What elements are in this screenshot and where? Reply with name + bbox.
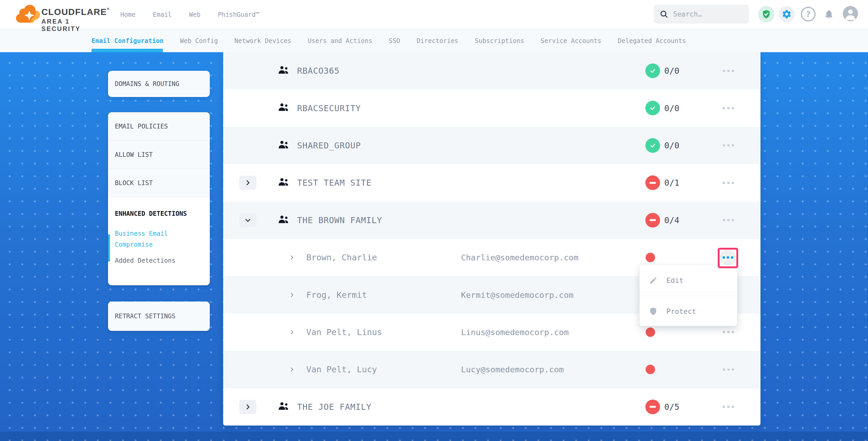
row-actions-button[interactable] [722, 201, 735, 239]
minus-icon [650, 182, 656, 184]
table-row: THE BROWN FAMILY 0/4 [223, 201, 761, 239]
tab-delegated-accounts[interactable]: Delegated Accounts [618, 37, 686, 44]
tab-service-accounts[interactable]: Service Accounts [541, 37, 601, 44]
tab-subscriptions[interactable]: Subscriptions [475, 37, 524, 44]
table-row: SHARED_GROUP 0/0 [223, 127, 761, 164]
member-chevron-icon [290, 239, 294, 276]
pencil-icon [649, 276, 657, 285]
area1-security-console: CLOUDFLARE® AREA 1 SECURITY Home Email W… [0, 0, 868, 441]
row-actions-button[interactable] [722, 127, 735, 164]
sidebar-item-email-policies[interactable]: EMAIL POLICIES [108, 112, 210, 140]
email-policies-card: EMAIL POLICIES ALLOW LIST BLOCK LIST ENH… [108, 112, 210, 285]
row-actions-button[interactable] [722, 164, 735, 201]
sidebar-item-allow-list[interactable]: ALLOW LIST [108, 140, 210, 169]
tab-users-and-actions[interactable]: Users and Actions [308, 37, 372, 44]
member-chevron-icon [290, 314, 294, 351]
group-icon [278, 140, 289, 149]
row-actions-button[interactable] [722, 388, 735, 426]
collapse-row-button[interactable] [239, 213, 256, 227]
member-name: Van Pelt, Lucy [306, 351, 377, 388]
menu-item-label: Edit [666, 276, 683, 284]
menu-item-edit[interactable]: Edit [640, 265, 737, 296]
minus-icon [650, 219, 656, 221]
member-chevron-icon [290, 351, 294, 388]
row-actions-button[interactable] [722, 351, 735, 388]
protection-count: 0/0 [664, 52, 679, 89]
search-box [654, 5, 749, 24]
backdrop-bottom-strip [0, 432, 868, 441]
member-name: Brown, Charlie [306, 239, 377, 276]
menu-item-label: Protect [666, 307, 696, 315]
chevron-down-icon [245, 218, 251, 223]
table-row: RBACSECURITY 0/0 [223, 89, 761, 127]
alert-dot [646, 365, 655, 374]
shield-icon [649, 307, 657, 315]
protection-count: 0/0 [664, 89, 679, 127]
sidebar-item-retract-settings[interactable]: RETRACT SETTINGS [108, 302, 210, 331]
row-actions-button[interactable] [722, 89, 735, 127]
nav-item-email[interactable]: Email [153, 11, 172, 18]
menu-item-protect[interactable]: Protect [640, 296, 737, 326]
shield-check-icon [762, 9, 771, 19]
status-badge-blocked [645, 176, 660, 190]
target-highlight-box [718, 248, 738, 268]
status-badge-blocked [645, 400, 660, 414]
sidebar-item-block-list[interactable]: BLOCK LIST [108, 169, 210, 197]
nav-item-phishguard[interactable]: PhishGuard™ [218, 11, 259, 18]
secondary-nav-tabs: Email Configuration Web Config Network D… [92, 29, 686, 52]
group-name: SHARED_GROUP [297, 127, 361, 164]
sidebar-item-enhanced-detections[interactable]: ENHANCED DETECTIONS [115, 208, 203, 219]
group-name: THE JOE FAMILY [297, 388, 372, 426]
sidebar-item-added-detections[interactable]: Added Detections [115, 257, 203, 264]
sidebar-item-business-email-compromise[interactable]: Business Email Compromise [115, 228, 203, 250]
group-name: RBACO365 [297, 52, 340, 89]
logo-text: CLOUDFLARE® AREA 1 SECURITY [41, 7, 110, 33]
chevron-right-icon [245, 180, 250, 186]
tab-network-devices[interactable]: Network Devices [235, 37, 291, 44]
member-name: Frog, Kermit [306, 276, 367, 313]
domains-routing-card: DOMAINS & ROUTING [108, 71, 210, 97]
bell-icon [824, 9, 834, 20]
sidebar-item-domains-routing[interactable]: DOMAINS & ROUTING [108, 71, 210, 97]
member-email: Lucy@somedemocorp.com [461, 351, 564, 388]
help-button[interactable]: ? [801, 7, 815, 22]
nav-item-web[interactable]: Web [189, 11, 200, 18]
settings-button[interactable] [779, 6, 795, 22]
member-name: Van Pelt, Linus [306, 314, 382, 351]
protection-count: 0/4 [664, 201, 679, 239]
status-badge-ok [645, 101, 660, 115]
secondary-nav: Email Configuration Web Config Network D… [0, 29, 868, 52]
group-name: THE BROWN FAMILY [297, 201, 382, 239]
expand-row-button[interactable] [239, 400, 256, 414]
nav-item-home[interactable]: Home [120, 11, 135, 18]
member-email: Linus@somedemocorp.com [461, 314, 569, 351]
security-status-button[interactable] [758, 6, 774, 22]
expand-row-button[interactable] [239, 176, 256, 190]
group-icon [278, 65, 289, 74]
group-icon [278, 401, 289, 410]
group-icon [278, 102, 289, 112]
protection-count: 0/5 [664, 388, 679, 426]
minus-icon [650, 406, 656, 408]
chevron-right-icon [245, 404, 250, 410]
search-icon [659, 10, 669, 19]
top-header: CLOUDFLARE® AREA 1 SECURITY Home Email W… [0, 0, 868, 29]
notifications-button[interactable] [821, 6, 837, 22]
alert-dot [646, 327, 655, 337]
check-icon [649, 142, 656, 149]
logo-product: AREA 1 SECURITY [41, 18, 110, 33]
member-chevron-icon [290, 276, 294, 313]
tab-directories[interactable]: Directories [417, 37, 458, 44]
table-row: TEST TEAM SITE 0/1 [223, 164, 761, 201]
registered-mark: ® [107, 7, 110, 11]
check-icon [649, 67, 656, 74]
active-tab-underline [92, 49, 163, 52]
row-actions-button[interactable] [722, 52, 735, 89]
tab-email-configuration[interactable]: Email Configuration [92, 37, 164, 44]
search-input[interactable] [673, 10, 743, 18]
user-avatar[interactable] [843, 6, 858, 21]
tab-web-config[interactable]: Web Config [180, 37, 218, 44]
tab-sso[interactable]: SSO [389, 37, 400, 44]
cloudflare-logo[interactable]: CLOUDFLARE® AREA 1 SECURITY [15, 2, 101, 27]
selected-item-indicator-bar [108, 234, 110, 262]
